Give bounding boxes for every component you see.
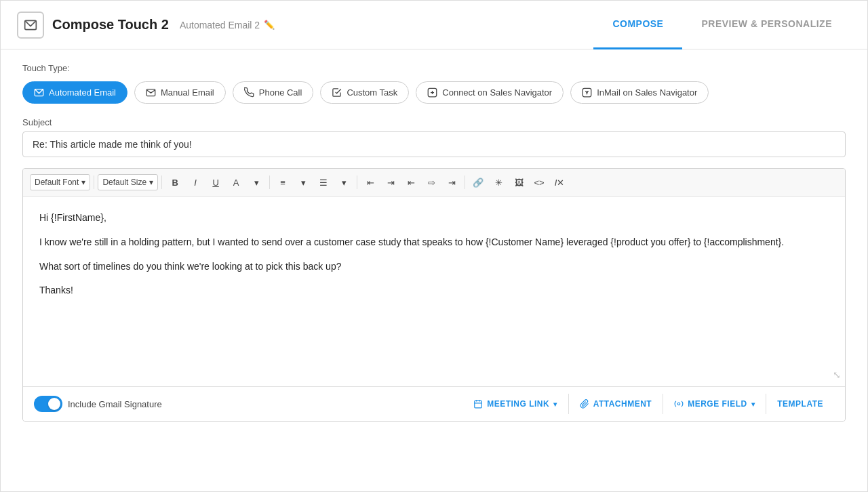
touch-btn-custom-task[interactable]: Custom Task [320, 81, 409, 104]
merge-field-chevron: ▾ [751, 401, 755, 408]
indent-right-button[interactable]: ⇥ [381, 173, 400, 192]
gmail-signature-toggle[interactable] [34, 396, 62, 412]
meeting-link-button[interactable]: MEETING LINK ▾ [462, 394, 568, 414]
bold-button[interactable]: B [165, 173, 184, 192]
indent-left-button[interactable]: ⇤ [361, 173, 380, 192]
meeting-link-chevron: ▾ [553, 401, 557, 408]
toolbar-sep-2 [161, 176, 162, 189]
touch-btn-inmail-sales-nav[interactable]: InMail on Sales Navigator [570, 81, 709, 104]
touch-btn-manual-email-label: Manual Email [161, 87, 214, 98]
toolbar-sep-5 [465, 176, 465, 189]
resize-handle[interactable]: ⤡ [833, 367, 841, 384]
unordered-list-chevron[interactable]: ▾ [334, 173, 353, 192]
touch-type-label: Touch Type: [22, 63, 846, 73]
touch-btn-phone-call[interactable]: Phone Call [233, 81, 314, 104]
font-family-select[interactable]: Default Font ▾ [30, 174, 90, 190]
toolbar-sep-1 [94, 176, 94, 189]
merge-field-button[interactable]: MERGE FIELD ▾ [663, 394, 766, 414]
touch-btn-connect-sales-nav-label: Connect on Sales Navigator [442, 87, 552, 98]
svg-point-5 [677, 403, 680, 405]
toggle-knob [48, 398, 60, 410]
attachment-button[interactable]: ATTACHMENT [568, 394, 663, 414]
subject-label: Subject [22, 117, 846, 127]
editor-line-4: Thanks! [39, 283, 829, 299]
attachment-label: ATTACHMENT [593, 399, 652, 409]
edit-icon[interactable]: ✏️ [264, 20, 275, 30]
page-title: Compose Touch 2 [52, 17, 169, 33]
align-right-button[interactable]: ⇥ [442, 173, 461, 192]
attachment-icon [580, 399, 589, 409]
touch-btn-manual-email[interactable]: Manual Email [134, 81, 226, 104]
template-button[interactable]: TEMPLATE [766, 394, 834, 414]
template-label: TEMPLATE [777, 399, 823, 409]
header-nav: COMPOSE PREVIEW & PERSONALIZE [593, 1, 851, 49]
footer-left: Include Gmail Signature [34, 396, 162, 412]
main-content: Touch Type: Automated Email Manual Email [1, 49, 867, 491]
ordered-list-chevron[interactable]: ▾ [294, 173, 313, 192]
touch-btn-custom-task-label: Custom Task [347, 87, 397, 98]
compose-touch-icon [17, 12, 44, 39]
touch-btn-phone-call-label: Phone Call [259, 87, 302, 98]
touch-btn-connect-sales-nav[interactable]: Connect on Sales Navigator [416, 81, 564, 104]
tab-compose[interactable]: COMPOSE [593, 1, 682, 49]
meeting-link-label: MEETING LINK [487, 399, 549, 409]
unordered-list-button[interactable]: ☰ [314, 173, 333, 192]
toolbar-sep-4 [357, 176, 357, 189]
font-color-chevron[interactable]: ▾ [247, 173, 266, 192]
underline-button[interactable]: U [206, 173, 225, 192]
special-char-button[interactable]: ✳ [489, 173, 508, 192]
merge-field-icon [674, 399, 684, 409]
editor-body[interactable]: Hi {!FirstName}, I know we're still in a… [23, 197, 845, 386]
header-subtitle-area: Automated Email 2 ✏️ [180, 20, 275, 30]
editor-line-2: I know we're still in a holding pattern,… [39, 234, 829, 251]
editor-toolbar: Default Font ▾ Default Size ▾ B I U A ▾ … [23, 169, 845, 197]
image-button[interactable]: 🖼 [509, 173, 528, 192]
italic-button[interactable]: I [186, 173, 205, 192]
font-size-select[interactable]: Default Size ▾ [98, 174, 158, 190]
align-left-button[interactable]: ⇤ [401, 173, 420, 192]
subtitle-text: Automated Email 2 [180, 20, 260, 30]
touch-btn-automated-email[interactable]: Automated Email [22, 81, 127, 104]
code-button[interactable]: <> [530, 173, 549, 192]
font-color-button[interactable]: A [226, 173, 245, 192]
footer-right: MEETING LINK ▾ ATTACHMENT [462, 394, 834, 414]
tab-preview[interactable]: PREVIEW & PERSONALIZE [682, 1, 851, 49]
subject-input[interactable] [22, 131, 846, 157]
meeting-link-icon [473, 399, 483, 409]
align-center-button[interactable]: ⇨ [422, 173, 441, 192]
ordered-list-button[interactable]: ≡ [273, 173, 292, 192]
svg-rect-4 [475, 401, 482, 408]
merge-field-label: MERGE FIELD [688, 399, 747, 409]
editor-footer: Include Gmail Signature MEETING LINK ▾ [23, 386, 845, 421]
editor-line-3: What sort of timelines do you think we'r… [39, 259, 829, 275]
header-left: Compose Touch 2 Automated Email 2 ✏️ [17, 12, 275, 39]
editor-line-1: Hi {!FirstName}, [39, 210, 829, 226]
subject-section: Subject [22, 117, 846, 157]
header: Compose Touch 2 Automated Email 2 ✏️ COM… [1, 1, 867, 49]
touch-btn-inmail-sales-nav-label: InMail on Sales Navigator [597, 87, 697, 98]
clear-format-button[interactable]: I✕ [550, 173, 569, 192]
link-button[interactable]: 🔗 [469, 173, 488, 192]
toolbar-sep-3 [269, 176, 270, 189]
touch-type-row: Automated Email Manual Email Phone Call [22, 81, 846, 104]
gmail-signature-toggle-wrapper: Include Gmail Signature [34, 396, 162, 412]
touch-btn-automated-email-label: Automated Email [49, 87, 116, 98]
editor-container: Default Font ▾ Default Size ▾ B I U A ▾ … [22, 168, 846, 422]
gmail-signature-label: Include Gmail Signature [68, 399, 162, 409]
